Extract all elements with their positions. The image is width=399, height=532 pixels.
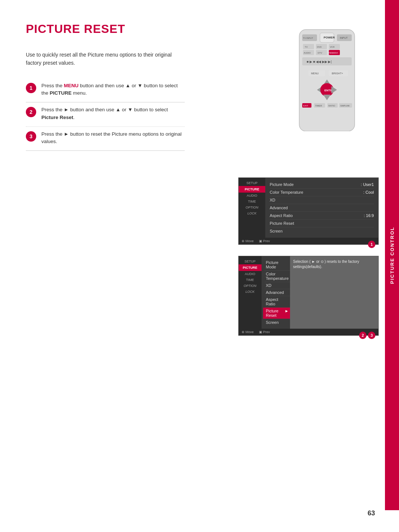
step-2-bold: Picture Reset — [41, 115, 73, 120]
menu-sidebar-2: SETUP PICTURE AUDIO TIME OPTION LOCK — [239, 256, 262, 329]
svg-text:BRIGHT+: BRIGHT+ — [332, 72, 343, 75]
menu-row-color-temp-2: Color Temperature — [265, 271, 290, 282]
step-1-menu-highlight: MENU — [64, 83, 79, 88]
svg-text:AUDIO: AUDIO — [304, 52, 311, 54]
svg-text:POWER: POWER — [324, 36, 335, 39]
svg-text:MENU: MENU — [311, 72, 319, 75]
menu-row-advanced: Advanced — [270, 204, 374, 212]
svg-text:HDMI/DVI: HDMI/DVI — [329, 52, 338, 54]
sidebar-picture: PICTURE — [239, 186, 265, 193]
steps-section: 1 Press the MENU button and then use ▲ o… — [26, 82, 185, 151]
step-badge-2: 2 — [359, 332, 366, 339]
menu-content-2: Picture Mode Color Temperature XD Advanc… — [262, 256, 290, 329]
menu-row-color-temp: Color Temperature: Cool — [270, 189, 374, 196]
menu-row-screen: Screen — [270, 227, 374, 235]
page-container: PICTURE CONTROL PICTURE RESET Use to qui… — [0, 0, 399, 532]
page-number: 63 — [368, 509, 375, 517]
svg-text:DVD: DVD — [317, 46, 322, 48]
sidebar-time-2: TIME — [239, 277, 262, 283]
step-circle-2: 2 — [26, 107, 36, 117]
step-badges-23: 2 3 — [359, 332, 375, 339]
svg-text:INPUT: INPUT — [340, 37, 348, 39]
sidebar-lock-2: LOCK — [239, 289, 262, 295]
menu-row-picture-reset-2: Picture Reset ► — [263, 308, 292, 319]
menu-sidebar-1: SETUP PICTURE AUDIO TIME OPTION LOCK — [239, 178, 265, 238]
screenshot-2-inner: SETUP PICTURE AUDIO TIME OPTION LOCK Pic… — [239, 256, 378, 329]
screenshot-nav-2: ⊕ Move ▣ Prev — [239, 329, 378, 335]
menu-row-advanced-2: Advanced — [265, 289, 290, 296]
svg-text:TV: TV — [305, 46, 308, 48]
step-1: 1 Press the MENU button and then use ▲ o… — [26, 82, 185, 103]
screenshot-1-inner: SETUP PICTURE AUDIO TIME OPTION LOCK Pic… — [239, 178, 378, 238]
menu-row-screen-2: Screen — [265, 319, 290, 326]
remote-svg: TV INPUT POWER INPUT TV DVD VCR AUDIO DT… — [292, 28, 366, 133]
menu-row-xd-2: XD — [265, 282, 290, 289]
sidebar-audio: AUDIO — [239, 193, 265, 199]
svg-text:DTV: DTV — [318, 52, 322, 54]
sidebar-picture-2: PICTURE — [239, 264, 262, 271]
menu-sub-panel: Selection ( ► or ⊙ ) resets to the facto… — [290, 256, 378, 329]
sub-panel-text: Selection ( ► or ⊙ ) resets to the facto… — [293, 259, 375, 270]
screenshots-area: SETUP PICTURE AUDIO TIME OPTION LOCK Pic… — [238, 177, 379, 339]
sidebar-bar: PICTURE CONTROL — [385, 0, 399, 510]
step-1-text: Press the MENU button and then use ▲ or … — [41, 82, 185, 97]
step-badge-3: 3 — [368, 332, 375, 339]
step-2-text: Press the ► button and then use ▲ or ▼ b… — [41, 106, 185, 121]
step-circle-3: 3 — [26, 131, 36, 142]
menu-row-aspect-2: Aspect Ratio — [265, 296, 290, 308]
menu-row-picture-reset: Picture Reset — [270, 220, 374, 227]
svg-text:RATIO: RATIO — [328, 105, 335, 107]
menu-content-1: Picture Mode: User1 Color Temperature: C… — [265, 178, 378, 238]
step-2: 2 Press the ► button and then use ▲ or ▼… — [26, 106, 185, 127]
sidebar-lock: LOCK — [239, 210, 265, 216]
sidebar-setup: SETUP — [239, 180, 265, 186]
menu-row-xd: XD — [270, 196, 374, 204]
sidebar-label: PICTURE CONTROL — [389, 227, 395, 284]
svg-text:EXIT: EXIT — [303, 105, 308, 107]
step-circle-1: 1 — [26, 83, 36, 93]
sidebar-setup-2: SETUP — [239, 258, 262, 264]
svg-text:■  ▶  ■  ◀◀  ▶▶  ▶|: ■ ▶ ■ ◀◀ ▶▶ ▶| — [307, 60, 332, 64]
sidebar-option: OPTION — [239, 204, 265, 210]
screenshot-2: SETUP PICTURE AUDIO TIME OPTION LOCK Pic… — [238, 256, 379, 336]
step-3-text: Press the ► button to reset the Picture … — [41, 131, 185, 146]
screenshot-1: SETUP PICTURE AUDIO TIME OPTION LOCK Pic… — [238, 177, 379, 245]
menu-row-picture-mode-2: Picture Mode — [265, 259, 290, 271]
svg-text:SIMPLINK: SIMPLINK — [340, 105, 350, 107]
step-3: 3 Press the ► button to reset the Pictur… — [26, 131, 185, 151]
svg-text:TV INPUT: TV INPUT — [303, 37, 313, 39]
intro-text: Use to quickly reset all the Picture men… — [26, 51, 185, 67]
step-1-picture-highlight: PICTURE — [50, 90, 72, 96]
menu-row-aspect: Aspect Ratio: 16:9 — [270, 212, 374, 220]
remote-area: TV INPUT POWER INPUT TV DVD VCR AUDIO DT… — [288, 28, 369, 133]
svg-text:VCR: VCR — [330, 46, 335, 48]
sidebar-time: TIME — [239, 199, 265, 204]
sidebar-option-2: OPTION — [239, 283, 262, 289]
screenshot-nav-1: ⊕ Move ▣ Prev — [239, 238, 378, 244]
svg-text:TIMER: TIMER — [315, 105, 322, 107]
sidebar-audio-2: AUDIO — [239, 271, 262, 277]
step-badge-1: 1 — [368, 241, 375, 248]
menu-row-picture-mode: Picture Mode: User1 — [270, 181, 374, 189]
